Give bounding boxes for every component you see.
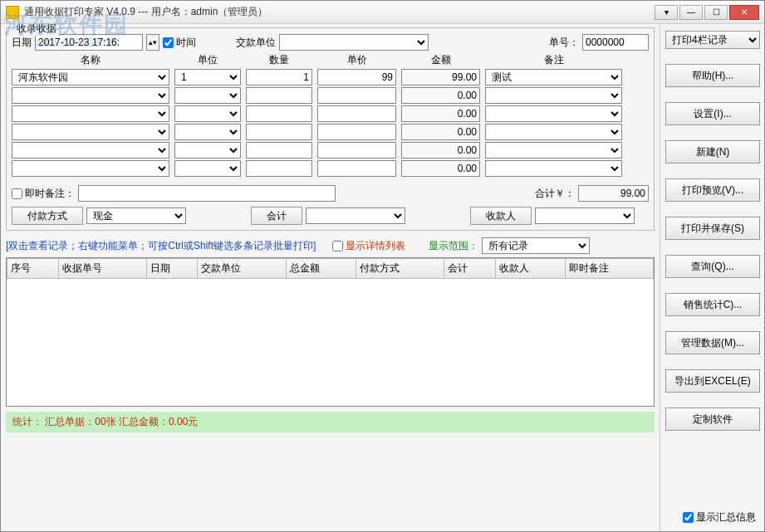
group-legend: 收录收据: [13, 24, 60, 36]
name-select[interactable]: [12, 87, 169, 104]
qty-input[interactable]: [246, 124, 312, 140]
payer-label: 交款单位: [236, 36, 276, 50]
table-header[interactable]: 收款人: [495, 259, 565, 279]
close-button[interactable]: ✕: [729, 5, 759, 20]
price-input[interactable]: [317, 160, 396, 177]
table-header[interactable]: 付款方式: [356, 259, 444, 279]
date-label: 日期: [12, 36, 32, 50]
table-header[interactable]: 会计: [444, 259, 496, 279]
col-name: 名称: [12, 53, 169, 67]
col-remark: 备注: [485, 53, 622, 67]
export-excel-button[interactable]: 导出到EXCEL(E): [665, 369, 760, 393]
titlebar: 通用收据打印专家 V4.0.9 --- 用户名：admin（管理员） ▾ — ☐…: [1, 1, 764, 24]
unit-select[interactable]: [174, 124, 241, 140]
qty-input[interactable]: [246, 160, 312, 177]
total-value: [578, 185, 649, 202]
grid-row: [12, 105, 649, 122]
payee-select[interactable]: [535, 207, 635, 224]
grid-row: [12, 87, 649, 104]
app-window: 河东软件园 www.pc0359.cn 通用收据打印专家 V4.0.9 --- …: [0, 0, 765, 532]
records-table: 序号收据单号日期交款单位总金额付款方式会计收款人即时备注: [7, 258, 654, 279]
instant-note-label: 即时备注：: [25, 187, 75, 201]
settings-button[interactable]: 设置(I)...: [665, 102, 760, 125]
preview-button[interactable]: 打印预览(V)...: [665, 178, 760, 202]
name-select[interactable]: 河东软件园: [12, 69, 169, 85]
unit-select[interactable]: [174, 87, 241, 104]
dropdown-icon[interactable]: ▾: [655, 5, 678, 20]
col-unit: 单位: [174, 53, 241, 67]
payway-select[interactable]: 现金: [86, 207, 186, 224]
query-button[interactable]: 查询(Q)...: [665, 255, 760, 278]
remark-select[interactable]: [485, 87, 622, 104]
qty-input[interactable]: [246, 142, 312, 159]
instant-note-checkbox[interactable]: [12, 188, 22, 199]
remark-select[interactable]: [485, 142, 622, 159]
minimize-button[interactable]: —: [679, 5, 703, 20]
amount-value: [401, 160, 480, 177]
accountant-select[interactable]: [306, 207, 405, 224]
name-select[interactable]: [12, 142, 169, 159]
grid-row: [12, 124, 649, 140]
records-hint: [双击查看记录；右键功能菜单；可按Ctrl或Shift键选多条记录批量打印]: [6, 239, 316, 253]
sale-stat-button[interactable]: 销售统计C)...: [665, 293, 760, 316]
qty-input[interactable]: [246, 87, 312, 104]
qty-input[interactable]: [246, 105, 312, 122]
show-summary-checkbox[interactable]: [683, 512, 694, 523]
table-header[interactable]: 序号: [7, 259, 59, 279]
show-detail-checkbox[interactable]: [332, 241, 343, 251]
table-header[interactable]: 收据单号: [58, 259, 146, 279]
amount-value: [401, 124, 480, 140]
print-columns-select[interactable]: 打印4栏记录: [665, 31, 760, 49]
table-header[interactable]: 总金额: [286, 259, 356, 279]
payee-button[interactable]: 收款人: [470, 207, 532, 225]
instant-note-input[interactable]: [78, 185, 336, 202]
status-bar: 统计： 汇总单据：00张 汇总金额：0.00元: [6, 412, 655, 432]
scope-select[interactable]: 所有记录: [482, 237, 590, 254]
custom-software-button[interactable]: 定制软件: [665, 408, 760, 431]
remark-select[interactable]: 测试: [485, 69, 622, 85]
manage-data-button[interactable]: 管理数据(M)...: [665, 331, 760, 354]
print-save-button[interactable]: 打印并保存(S): [665, 217, 760, 240]
price-input[interactable]: [317, 142, 396, 159]
price-input[interactable]: [317, 69, 396, 85]
records-table-area[interactable]: 序号收据单号日期交款单位总金额付款方式会计收款人即时备注: [6, 257, 655, 407]
amount-value: [401, 105, 480, 122]
col-amount: 金额: [401, 53, 480, 67]
help-button[interactable]: 帮助(H)...: [665, 64, 760, 87]
remark-select[interactable]: [485, 160, 622, 177]
accountant-button[interactable]: 会计: [251, 207, 302, 225]
grid-row: [12, 142, 649, 159]
new-button[interactable]: 新建(N): [665, 140, 760, 164]
name-select[interactable]: [12, 105, 169, 122]
date-stepper-icon[interactable]: ▴▾: [146, 34, 159, 51]
unit-select[interactable]: [174, 142, 241, 159]
total-label: 合计￥：: [535, 187, 575, 201]
remark-select[interactable]: [485, 124, 622, 140]
grid-row: [12, 160, 649, 177]
table-header[interactable]: 交款单位: [198, 259, 286, 279]
table-header[interactable]: 即时备注: [565, 259, 653, 279]
remark-select[interactable]: [485, 105, 622, 122]
date-input[interactable]: [35, 34, 143, 51]
serial-input[interactable]: [582, 34, 649, 51]
grid-row: 河东软件园1测试: [12, 69, 649, 85]
payway-button[interactable]: 付款方式: [12, 207, 83, 225]
show-detail-label: 显示详情列表: [346, 239, 405, 253]
col-qty: 数量: [246, 53, 312, 67]
payer-select[interactable]: [279, 34, 429, 51]
price-input[interactable]: [317, 87, 396, 104]
name-select[interactable]: [12, 124, 169, 140]
maximize-button[interactable]: ☐: [704, 5, 728, 20]
table-header[interactable]: 日期: [146, 259, 198, 279]
name-select[interactable]: [12, 160, 169, 177]
unit-select[interactable]: [174, 105, 241, 122]
price-input[interactable]: [317, 124, 396, 140]
unit-select[interactable]: 1: [174, 69, 241, 85]
time-checkbox[interactable]: [163, 37, 174, 48]
col-price: 单价: [317, 53, 396, 67]
price-input[interactable]: [317, 105, 396, 122]
unit-select[interactable]: [174, 160, 241, 177]
qty-input[interactable]: [246, 69, 312, 85]
window-title: 通用收据打印专家 V4.0.9 --- 用户名：admin（管理员）: [24, 5, 655, 19]
serial-label: 单号：: [549, 36, 579, 50]
